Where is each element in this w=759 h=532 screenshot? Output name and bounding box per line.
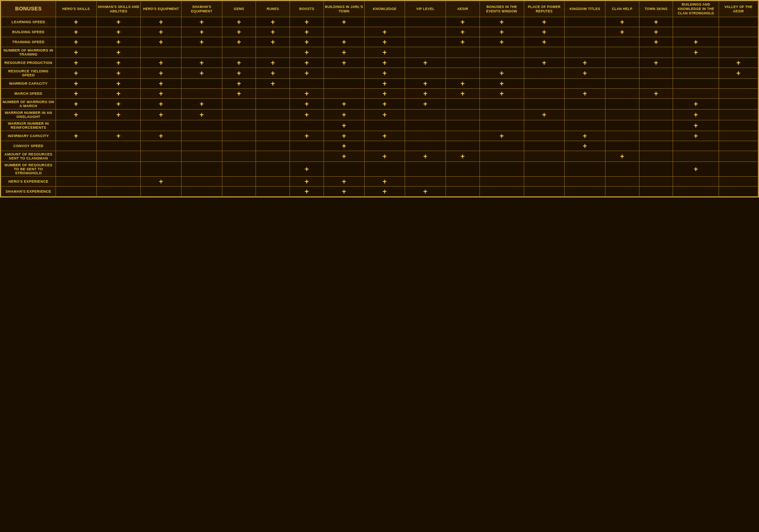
plus-cell: + — [446, 89, 480, 99]
plus-cell: + — [324, 131, 364, 141]
plus-cell: + — [56, 37, 96, 47]
header-row: BONUSES HERO'S SKILLS SHAMAN'S SKILLS AN… — [1, 1, 758, 17]
plus-cell: + — [222, 89, 256, 99]
plus-cell: + — [673, 110, 719, 120]
plus-cell: + — [56, 47, 96, 58]
plus-cell: + — [256, 58, 290, 68]
empty-cell — [182, 79, 222, 89]
empty-cell — [524, 120, 565, 131]
table-row: LEARNING SPEED+++++++++++++ — [1, 17, 758, 27]
empty-cell — [182, 187, 222, 197]
empty-cell — [56, 141, 96, 151]
empty-cell — [56, 162, 96, 177]
plus-cell: + — [141, 27, 182, 37]
plus-cell: + — [639, 37, 673, 47]
empty-cell — [524, 162, 565, 177]
empty-cell — [479, 58, 524, 68]
empty-cell — [479, 187, 524, 197]
col-header-bonuses-events: BONUSES IN THE EVENTS WINDOW — [479, 1, 524, 17]
plus-cell: + — [524, 58, 565, 68]
plus-cell: + — [479, 27, 524, 37]
plus-cell: + — [256, 17, 290, 27]
empty-cell — [719, 27, 758, 37]
plus-cell: + — [605, 151, 639, 162]
plus-cell: + — [222, 58, 256, 68]
col-header-hero-equip: HERO'S EQUIPMENT — [141, 1, 182, 17]
empty-cell — [405, 131, 446, 141]
empty-cell — [479, 151, 524, 162]
table-row: NUMBER OF WARRIORS ON A MARCH+++++++++ — [1, 99, 758, 110]
empty-cell — [605, 68, 639, 79]
empty-cell — [446, 162, 480, 177]
plus-cell: + — [324, 141, 364, 151]
col-header-bonuses: BONUSES — [1, 1, 56, 17]
plus-cell: + — [639, 58, 673, 68]
empty-cell — [256, 89, 290, 99]
empty-cell — [719, 99, 758, 110]
empty-cell — [256, 177, 290, 187]
empty-cell — [141, 47, 182, 58]
empty-cell — [56, 177, 96, 187]
plus-cell: + — [364, 89, 405, 99]
empty-cell — [673, 177, 719, 187]
empty-cell — [605, 47, 639, 58]
plus-cell: + — [222, 27, 256, 37]
empty-cell — [673, 58, 719, 68]
plus-cell: + — [446, 151, 480, 162]
plus-cell: + — [96, 47, 141, 58]
table-row: RESOURCE PRODUCTION++++++++++++++ — [1, 58, 758, 68]
empty-cell — [673, 141, 719, 151]
row-label: HERO'S EXPERIENCE — [1, 177, 56, 187]
col-header-buildings-clan: BUILDINGS AND KNOWLEDGE IN THE CLAN STRO… — [673, 1, 719, 17]
empty-cell — [524, 89, 565, 99]
table-row: MARCH SPEED+++++++++++ — [1, 89, 758, 99]
plus-cell: + — [565, 141, 605, 151]
empty-cell — [96, 141, 141, 151]
empty-cell — [222, 162, 256, 177]
empty-cell — [405, 162, 446, 177]
empty-cell — [446, 131, 480, 141]
empty-cell — [719, 79, 758, 89]
empty-cell — [405, 27, 446, 37]
row-label: TRAINING SPEED — [1, 37, 56, 47]
plus-cell: + — [364, 177, 405, 187]
plus-cell: + — [324, 37, 364, 47]
empty-cell — [446, 187, 480, 197]
empty-cell — [256, 162, 290, 177]
plus-cell: + — [405, 89, 446, 99]
empty-cell — [479, 99, 524, 110]
empty-cell — [524, 99, 565, 110]
plus-cell: + — [565, 131, 605, 141]
empty-cell — [364, 141, 405, 151]
empty-cell — [719, 177, 758, 187]
empty-cell — [565, 151, 605, 162]
empty-cell — [56, 151, 96, 162]
empty-cell — [605, 89, 639, 99]
empty-cell — [222, 177, 256, 187]
empty-cell — [141, 187, 182, 197]
empty-cell — [639, 120, 673, 131]
col-header-place-power: PLACE OF POWER REPUTES — [524, 1, 565, 17]
empty-cell — [405, 47, 446, 58]
plus-cell: + — [565, 89, 605, 99]
plus-cell: + — [141, 17, 182, 27]
empty-cell — [182, 151, 222, 162]
empty-cell — [673, 68, 719, 79]
empty-cell — [324, 89, 364, 99]
plus-cell: + — [479, 89, 524, 99]
plus-cell: + — [56, 110, 96, 120]
plus-cell: + — [605, 27, 639, 37]
empty-cell — [56, 187, 96, 197]
empty-cell — [639, 79, 673, 89]
row-label: MARCH SPEED — [1, 89, 56, 99]
plus-cell: + — [290, 47, 324, 58]
plus-cell: + — [605, 17, 639, 27]
col-header-boosts: BOOSTS — [290, 1, 324, 17]
empty-cell — [256, 99, 290, 110]
empty-cell — [324, 162, 364, 177]
empty-cell — [565, 177, 605, 187]
plus-cell: + — [364, 151, 405, 162]
empty-cell — [256, 187, 290, 197]
plus-cell: + — [524, 27, 565, 37]
plus-cell: + — [364, 27, 405, 37]
